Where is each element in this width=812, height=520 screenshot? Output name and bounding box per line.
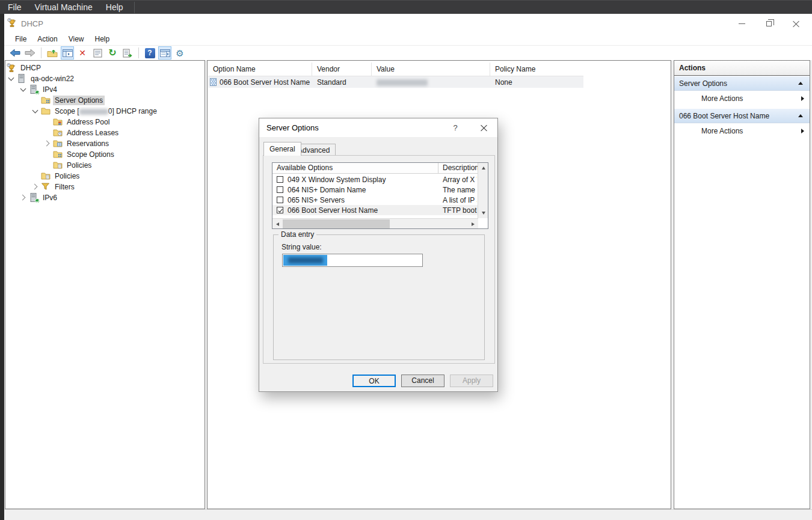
tree-item-scope-policies[interactable]: Policies xyxy=(5,160,205,171)
menu-action[interactable]: Action xyxy=(32,35,63,43)
chevron-spacer xyxy=(30,171,41,182)
tree-item-address-leases[interactable]: Address Leases xyxy=(5,127,205,138)
restore-icon xyxy=(766,21,772,26)
more-actions-label: More Actions xyxy=(701,94,743,103)
more-actions-item[interactable]: More Actions xyxy=(674,124,810,139)
string-value-input[interactable] xyxy=(282,254,423,267)
forward-icon[interactable] xyxy=(23,46,37,60)
tree-item-label: IPv6 xyxy=(41,193,59,203)
minimize-button[interactable] xyxy=(728,14,755,33)
tree-item-label: Scope Options xyxy=(65,150,116,159)
more-actions-item[interactable]: More Actions xyxy=(674,91,810,106)
scroll-right-icon[interactable] xyxy=(468,219,478,229)
minimize-icon xyxy=(739,23,745,24)
tree-item-address-pool[interactable]: Address Pool xyxy=(5,117,205,127)
table-row[interactable]: 066 Boot Server Host Name Standard None xyxy=(208,76,583,88)
app-titlebar: DHCP xyxy=(4,14,812,33)
close-button[interactable] xyxy=(783,14,810,33)
action-pane-toggle-icon[interactable] xyxy=(158,46,171,60)
collapse-icon[interactable] xyxy=(798,82,803,85)
tree-item-label: Address Leases xyxy=(65,128,120,138)
chevron-spacer xyxy=(42,160,53,171)
console-tree-toggle-icon[interactable] xyxy=(61,46,74,60)
properties-icon[interactable] xyxy=(91,46,104,60)
tree-item-ipv4-policies[interactable]: Policies xyxy=(5,171,205,182)
export-list-icon[interactable] xyxy=(121,46,134,60)
restore-button[interactable] xyxy=(755,14,783,33)
actions-section-server-options[interactable]: Server Options xyxy=(674,76,810,91)
redacted-ip xyxy=(79,109,108,115)
vertical-scrollbar[interactable] xyxy=(478,163,488,218)
tree-item-ipv4[interactable]: IPv4 xyxy=(5,84,205,95)
chevron-spacer xyxy=(42,149,53,160)
menu-view[interactable]: View xyxy=(63,35,90,43)
column-header-option-name[interactable]: Option Name xyxy=(208,63,312,76)
tree-item-filters[interactable]: Filters xyxy=(5,182,205,192)
option-row-064[interactable]: 064 NIS+ Domain Name The name o xyxy=(272,185,478,195)
tree-item-scope[interactable]: Scope [0] DHCP range xyxy=(5,106,205,117)
scroll-left-icon[interactable] xyxy=(272,219,283,229)
chevron-spacer xyxy=(30,95,41,106)
server-check-icon xyxy=(29,193,38,203)
up-folder-icon[interactable] xyxy=(46,46,59,60)
available-options-list[interactable]: Available Options Description 049 X Wind… xyxy=(272,162,488,229)
column-header-value[interactable]: Value xyxy=(372,63,490,76)
submenu-arrow-icon xyxy=(801,129,804,133)
dhcp-app-icon xyxy=(7,18,17,29)
dialog-help-button[interactable]: ? xyxy=(446,118,464,137)
option-label: 064 NIS+ Domain Name xyxy=(288,186,366,194)
vm-menubar: File Virtual Machine Help xyxy=(0,0,812,14)
option-row-065[interactable]: 065 NIS+ Servers A list of IP a xyxy=(272,195,478,205)
cell-vendor: Standard xyxy=(312,78,372,87)
checkbox-unchecked[interactable] xyxy=(277,197,283,203)
apply-button[interactable]: Apply xyxy=(450,375,493,387)
scroll-up-icon[interactable] xyxy=(478,163,488,173)
checkbox-checked[interactable] xyxy=(277,207,283,213)
tree-item-reservations[interactable]: Reservations xyxy=(5,138,205,149)
actions-pane-title: Actions xyxy=(674,61,810,76)
option-row-066[interactable]: 066 Boot Server Host Name TFTP boot s xyxy=(272,205,478,215)
actions-section-066-boot-server[interactable]: 066 Boot Server Host Name xyxy=(674,109,810,123)
collapse-icon[interactable] xyxy=(798,114,803,117)
column-header-policy-name[interactable]: Policy Name xyxy=(490,63,583,76)
checkbox-unchecked[interactable] xyxy=(277,176,283,183)
tree-item-ipv6[interactable]: IPv6 xyxy=(5,192,205,203)
menu-help[interactable]: Help xyxy=(90,35,115,43)
refresh-icon[interactable]: ↻ xyxy=(106,46,119,60)
scrollbar-thumb[interactable] xyxy=(283,219,390,228)
chevron-down-icon[interactable] xyxy=(30,106,41,117)
option-row-049[interactable]: 049 X Window System Display Array of X W xyxy=(272,174,478,185)
tree-item-dhcp-root[interactable]: DHCP xyxy=(5,63,205,73)
column-header-vendor[interactable]: Vendor xyxy=(312,63,372,76)
folder-options-icon xyxy=(53,150,63,159)
chevron-right-icon[interactable] xyxy=(18,192,29,203)
horizontal-scrollbar[interactable] xyxy=(272,218,478,228)
tab-general[interactable]: General xyxy=(263,142,301,156)
chevron-down-icon[interactable] xyxy=(18,84,29,95)
tree-item-scope-options[interactable]: Scope Options xyxy=(5,149,205,160)
redacted-value xyxy=(377,79,428,86)
vm-menu-virtual-machine[interactable]: Virtual Machine xyxy=(35,2,93,12)
menu-file[interactable]: File xyxy=(10,35,32,43)
cancel-button[interactable]: Cancel xyxy=(401,375,444,387)
close-icon xyxy=(481,124,487,131)
ok-button[interactable]: OK xyxy=(352,375,396,387)
console-tree-pane: DHCP qa-odc-win22 IPv4 Server Options xyxy=(5,60,205,509)
tree-item-server-options[interactable]: Server Options xyxy=(5,95,205,106)
checkbox-unchecked[interactable] xyxy=(277,186,283,193)
settings-gear-icon[interactable]: ⚙ xyxy=(173,46,186,60)
dialog-close-button[interactable] xyxy=(475,118,493,137)
column-header-available-options[interactable]: Available Options xyxy=(272,163,438,174)
delete-icon[interactable]: ✕ xyxy=(76,46,89,60)
chevron-right-icon[interactable] xyxy=(30,182,41,192)
vm-menu-help[interactable]: Help xyxy=(106,2,123,12)
chevron-right-icon[interactable] xyxy=(42,138,53,149)
tree-item-server[interactable]: qa-odc-win22 xyxy=(5,73,205,84)
chevron-spacer xyxy=(42,117,53,127)
scroll-down-icon[interactable] xyxy=(478,208,488,218)
help-icon[interactable]: ? xyxy=(143,46,156,60)
column-header-description[interactable]: Description xyxy=(438,163,478,174)
vm-menu-file[interactable]: File xyxy=(8,2,22,12)
chevron-down-icon[interactable] xyxy=(6,73,17,84)
back-icon[interactable] xyxy=(8,46,22,60)
